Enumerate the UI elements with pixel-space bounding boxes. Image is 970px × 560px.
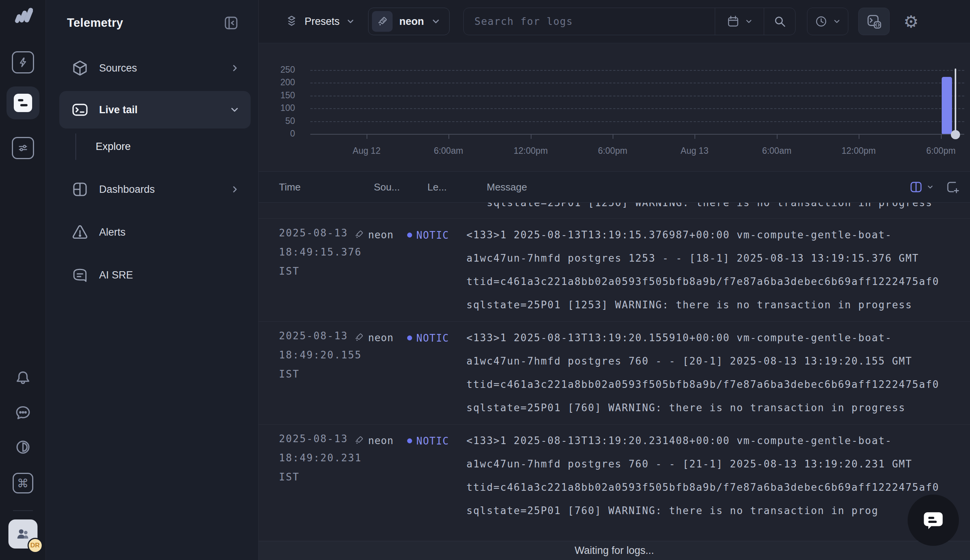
x-tick xyxy=(695,135,695,139)
column-header-message[interactable]: Message xyxy=(487,181,909,193)
chevron-down-icon xyxy=(833,17,841,26)
log-source: neon xyxy=(353,326,407,350)
x-tick-label: Aug 13 xyxy=(668,146,721,156)
pipeline-icon xyxy=(353,332,364,343)
column-layout-button[interactable] xyxy=(909,180,934,194)
rail-item-logs-active[interactable] xyxy=(7,87,39,119)
sidebar-item-sources[interactable]: Sources xyxy=(59,51,251,85)
sidebar-item-label: Dashboards xyxy=(99,183,155,195)
log-message: <133>1 2025-08-13T13:19:20.155910+00:00 … xyxy=(467,326,970,420)
query-builder-button[interactable] xyxy=(858,8,890,35)
quickstart-icon[interactable] xyxy=(12,51,34,73)
app-root: ⌘ DR Telemetry xyxy=(0,0,970,560)
collapse-panel-icon[interactable] xyxy=(223,15,239,31)
users-icon xyxy=(15,525,32,542)
clock-icon xyxy=(814,15,828,28)
x-tick-label: 6:00am xyxy=(422,146,475,156)
sidebar-item-explore[interactable]: Explore xyxy=(59,132,251,162)
time-range-button[interactable] xyxy=(807,8,848,35)
chevron-down-icon xyxy=(346,17,355,26)
sidebar-item-dashboards[interactable]: Dashboards xyxy=(59,172,251,207)
alert-triangle-icon xyxy=(71,223,89,242)
sidebar-item-label: AI SRE xyxy=(99,269,133,281)
log-message: <133>1 2025-08-13T13:19:15.376987+00:00 … xyxy=(467,223,970,317)
chat-bubble-icon xyxy=(922,508,945,532)
feedback-chat-icon[interactable] xyxy=(14,404,32,422)
sidebar-item-alerts[interactable]: Alerts xyxy=(59,215,251,249)
gridline xyxy=(310,121,964,122)
command-shortcuts-icon[interactable]: ⌘ xyxy=(13,473,33,493)
log-volume-bar[interactable] xyxy=(942,77,952,134)
log-level: NOTIC xyxy=(407,429,467,453)
pipeline-icon xyxy=(353,435,364,446)
chevron-right-icon xyxy=(230,63,240,73)
search-icon xyxy=(773,14,787,29)
search-input[interactable] xyxy=(475,16,715,27)
level-dot xyxy=(407,335,412,340)
cube-icon xyxy=(71,59,89,77)
x-axis-line xyxy=(310,134,964,135)
notifications-bell-icon[interactable] xyxy=(14,370,32,387)
settings-sliders-icon[interactable] xyxy=(12,137,34,159)
sidebar-item-label: Live tail xyxy=(99,104,138,116)
pipeline-icon xyxy=(353,229,364,240)
y-tick-label: 150 xyxy=(259,90,295,101)
sidebar: Telemetry Sources xyxy=(46,0,259,560)
chart-plot-area[interactable]: Aug 12 6:00am 12:00pm 6:00pm Aug 13 6:00… xyxy=(310,43,964,172)
waiting-text: Waiting for logs... xyxy=(575,545,654,557)
sidebar-item-label: Explore xyxy=(96,141,131,153)
x-tick-label: 12:00pm xyxy=(504,146,558,156)
x-tick-label: 6:00pm xyxy=(586,146,639,156)
waiting-status: Waiting for logs... xyxy=(259,541,970,560)
log-time: 2025-08-13 18:49:15.376 IST xyxy=(259,223,353,317)
column-header-source[interactable]: Sou... xyxy=(374,181,427,193)
icon-rail: ⌘ DR xyxy=(0,0,46,560)
brand-logo-icon[interactable] xyxy=(13,5,33,25)
search-submit-button[interactable] xyxy=(764,8,795,35)
gear-icon[interactable]: ⚙ xyxy=(900,8,923,35)
table-row[interactable]: 2025-08-13 18:49:20.155 IST neon NO xyxy=(259,322,970,425)
log-source: neon xyxy=(353,429,407,453)
source-name: neon xyxy=(400,16,424,28)
chevron-down-icon xyxy=(431,17,441,27)
columns-icon xyxy=(909,180,923,194)
support-chat-fab[interactable] xyxy=(908,495,959,546)
search-box[interactable] xyxy=(464,8,715,35)
chevron-down-icon xyxy=(229,105,240,115)
logs-icon xyxy=(14,94,32,112)
x-tick-label: Aug 12 xyxy=(340,146,393,156)
chevron-down-icon xyxy=(745,17,753,26)
presets-label: Presets xyxy=(305,16,340,28)
pipeline-icon xyxy=(372,11,393,32)
x-tick xyxy=(531,135,532,139)
y-tick-label: 250 xyxy=(259,65,295,75)
user-initials-badge[interactable]: DR xyxy=(28,538,43,553)
table-row[interactable]: 2025-08-13 18:49:20.231 IST neon NO xyxy=(259,425,970,541)
page-title: Telemetry xyxy=(67,16,123,30)
log-level: NOTIC xyxy=(407,223,467,247)
table-row-clipped[interactable]: sqlstate=25P01 [1250] WARNING: there is … xyxy=(259,203,970,219)
topbar: Presets neon xyxy=(259,0,970,43)
column-header-time[interactable]: Time xyxy=(279,181,374,193)
date-range-button[interactable] xyxy=(715,8,764,35)
x-tick xyxy=(941,135,942,139)
sidebar-item-live-tail[interactable]: Live tail xyxy=(59,91,251,128)
rail-divider xyxy=(13,510,33,511)
column-header-level[interactable]: Le... xyxy=(427,181,487,193)
chevron-down-icon xyxy=(927,183,934,191)
main-content: Presets neon xyxy=(259,0,970,560)
sidebar-item-label: Sources xyxy=(99,62,137,74)
y-tick-label: 50 xyxy=(259,116,295,126)
sidebar-item-ai-sre[interactable]: AI SRE xyxy=(59,258,251,292)
theme-contrast-icon[interactable] xyxy=(14,438,32,456)
add-column-button[interactable] xyxy=(945,180,960,194)
gridline xyxy=(310,70,964,71)
y-tick-label: 100 xyxy=(259,103,295,113)
calendar-icon xyxy=(726,15,740,28)
presets-button[interactable]: Presets xyxy=(285,15,355,28)
source-select[interactable]: neon xyxy=(368,8,450,35)
time-cursor-line[interactable] xyxy=(955,68,956,135)
table-row[interactable]: 2025-08-13 18:49:15.376 IST neon NO xyxy=(259,219,970,322)
x-tick xyxy=(613,135,613,139)
time-cursor-handle[interactable] xyxy=(951,130,960,139)
